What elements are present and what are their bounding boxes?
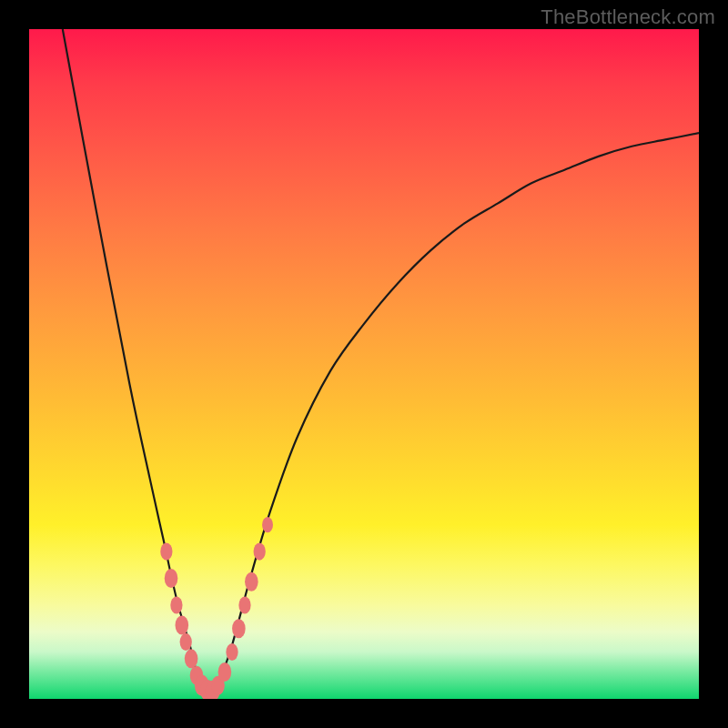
data-marker [232,619,246,638]
data-marker [238,596,250,613]
data-marker [226,643,238,661]
data-marker [245,572,258,592]
chart-frame: TheBottleneck.com [0,0,728,728]
plot-area [29,29,699,699]
markers-group [160,517,273,699]
bottleneck-curve [63,29,699,693]
data-marker [170,596,182,613]
data-marker [180,633,192,651]
data-marker [165,569,178,588]
data-marker [160,543,172,561]
data-marker [254,543,266,561]
data-marker [262,517,273,532]
data-marker [185,649,198,668]
watermark-text: TheBottleneck.com [541,5,715,29]
data-marker [176,616,189,635]
chart-svg [29,29,699,699]
data-marker [218,662,232,682]
